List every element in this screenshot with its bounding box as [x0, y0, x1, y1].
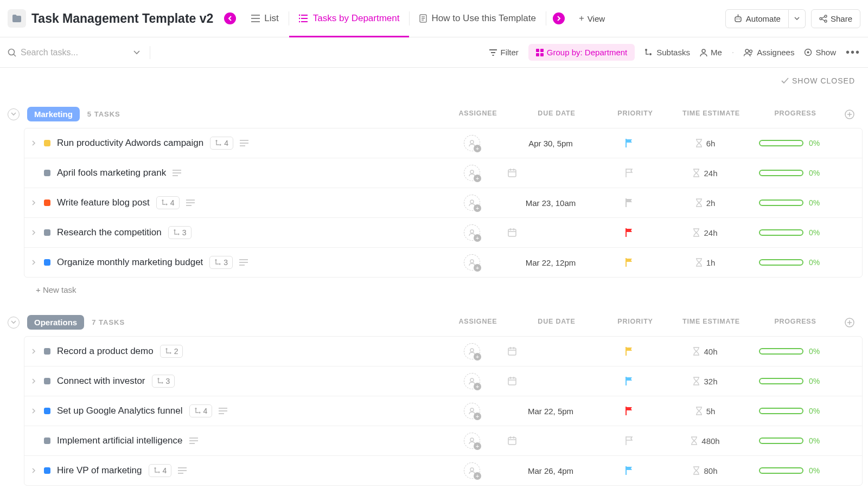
task-name[interactable]: Organize monthly marketing budget	[57, 257, 203, 268]
progress-cell[interactable]: 0%	[746, 169, 833, 177]
search-dropdown[interactable]	[133, 50, 140, 55]
task-name[interactable]: Hire VP of marketing	[57, 465, 142, 476]
task-row[interactable]: Record a product demo240h0%	[24, 337, 862, 366]
assignee-cell[interactable]	[437, 403, 507, 419]
task-row[interactable]: Organize monthly marketing budget3Mar 22…	[24, 248, 862, 277]
progress-cell[interactable]: 0%	[746, 139, 833, 147]
collapse-toggle[interactable]	[8, 108, 20, 120]
progress-cell[interactable]: 0%	[746, 377, 833, 385]
group-pill[interactable]: Operations	[27, 315, 84, 330]
assignee-cell[interactable]	[437, 373, 507, 389]
progress-cell[interactable]: 0%	[746, 347, 833, 356]
priority-cell[interactable]	[594, 228, 665, 237]
expand-caret[interactable]	[32, 200, 37, 205]
expand-caret[interactable]	[32, 349, 37, 354]
page-title[interactable]: Task Management Template v2	[31, 11, 213, 26]
view-tab-how-to-use[interactable]: How to Use this Template	[410, 5, 545, 31]
subtask-chip[interactable]: 4	[156, 196, 180, 209]
task-row[interactable]: Connect with investor332h0%	[24, 366, 862, 396]
subtask-chip[interactable]: 4	[149, 464, 172, 477]
progress-cell[interactable]: 0%	[746, 466, 833, 475]
priority-cell[interactable]	[594, 376, 665, 386]
assignee-cell[interactable]	[437, 165, 507, 181]
time-estimate-cell[interactable]: 2h	[665, 198, 746, 208]
expand-caret[interactable]	[32, 408, 37, 414]
subtask-chip[interactable]: 3	[168, 226, 192, 239]
assignees-button[interactable]: Assignees	[744, 48, 794, 57]
filter-button[interactable]: Filter	[489, 48, 518, 57]
due-date-cell[interactable]	[507, 436, 594, 446]
assignee-placeholder[interactable]	[464, 343, 480, 359]
show-closed-toggle[interactable]: SHOW CLOSED	[0, 68, 868, 94]
priority-cell[interactable]	[594, 436, 665, 446]
status-square[interactable]	[44, 348, 50, 355]
progress-cell[interactable]: 0%	[746, 407, 833, 415]
col-priority[interactable]: PRIORITY	[600, 318, 671, 327]
task-row[interactable]: Hire VP of marketing4Mar 26, 4pm80h0%	[24, 456, 862, 485]
priority-cell[interactable]	[594, 138, 665, 148]
assignee-placeholder[interactable]	[464, 433, 480, 449]
group-pill[interactable]: Marketing	[27, 107, 80, 121]
priority-cell[interactable]	[594, 168, 665, 178]
description-icon[interactable]	[173, 170, 181, 176]
assignee-cell[interactable]	[437, 135, 507, 151]
add-column-button[interactable]	[839, 318, 860, 327]
task-name[interactable]: Research the competition	[57, 227, 162, 238]
search-input[interactable]	[21, 48, 129, 57]
assignee-placeholder[interactable]	[464, 254, 480, 271]
assignee-placeholder[interactable]	[464, 195, 480, 211]
expand-caret[interactable]	[32, 378, 37, 384]
more-menu[interactable]: •••	[846, 46, 860, 59]
task-row[interactable]: Write feature blog post4Mar 23, 10am2h0%	[24, 188, 862, 218]
assignee-cell[interactable]	[437, 254, 507, 271]
time-estimate-cell[interactable]: 480h	[665, 436, 746, 446]
subtask-chip[interactable]: 3	[152, 375, 175, 388]
col-priority[interactable]: PRIORITY	[600, 110, 671, 119]
description-icon[interactable]	[189, 437, 198, 444]
time-estimate-cell[interactable]: 80h	[665, 466, 746, 475]
expand-caret[interactable]	[32, 140, 37, 146]
task-name[interactable]: Record a product demo	[57, 346, 154, 357]
time-estimate-cell[interactable]: 24h	[665, 169, 746, 178]
assignee-placeholder[interactable]	[464, 373, 480, 389]
show-button[interactable]: Show	[804, 48, 836, 57]
due-date-cell[interactable]: Mar 23, 10am	[507, 198, 594, 208]
group-by-button[interactable]: Group by: Department	[528, 44, 635, 61]
priority-cell[interactable]	[594, 258, 665, 267]
priority-cell[interactable]	[594, 466, 665, 475]
view-tab-tasks-by-department[interactable]: Tasks by Department	[289, 5, 410, 31]
due-date-cell[interactable]: Mar 22, 12pm	[507, 258, 594, 267]
subtask-chip[interactable]: 4	[210, 137, 233, 150]
col-progress[interactable]: PROGRESS	[752, 318, 839, 327]
share-button[interactable]: Share	[811, 9, 860, 28]
description-icon[interactable]	[178, 467, 187, 474]
nav-next-button[interactable]	[553, 12, 565, 24]
add-column-button[interactable]	[839, 110, 860, 119]
col-time-estimate[interactable]: TIME ESTIMATE	[671, 318, 752, 327]
task-row[interactable]: Set up Google Analytics funnel4Mar 22, 5…	[24, 396, 862, 426]
priority-cell[interactable]	[594, 198, 665, 208]
subtask-chip[interactable]: 3	[209, 256, 233, 269]
due-date-cell[interactable]	[507, 168, 594, 178]
view-tab-list[interactable]: List	[241, 5, 288, 31]
description-icon[interactable]	[239, 259, 248, 266]
assignee-cell[interactable]	[437, 224, 507, 241]
due-date-cell[interactable]: Apr 30, 5pm	[507, 139, 594, 148]
due-date-cell[interactable]: Mar 26, 4pm	[507, 466, 594, 475]
col-assignee[interactable]: ASSIGNEE	[443, 110, 513, 119]
status-square[interactable]	[44, 200, 50, 206]
assignee-cell[interactable]	[437, 343, 507, 359]
task-name[interactable]: Set up Google Analytics funnel	[57, 406, 183, 416]
status-square[interactable]	[44, 437, 50, 444]
progress-cell[interactable]: 0%	[746, 198, 833, 207]
task-name[interactable]: Run productivity Adwords campaign	[57, 138, 203, 149]
priority-cell[interactable]	[594, 346, 665, 356]
col-time-estimate[interactable]: TIME ESTIMATE	[671, 110, 752, 119]
automate-dropdown-button[interactable]	[789, 9, 806, 28]
task-name[interactable]: Write feature blog post	[57, 197, 150, 208]
status-square[interactable]	[44, 170, 50, 176]
progress-cell[interactable]: 0%	[746, 436, 833, 445]
task-row[interactable]: Research the competition324h0%	[24, 218, 862, 248]
collapse-toggle[interactable]	[8, 317, 20, 329]
description-icon[interactable]	[186, 200, 195, 206]
